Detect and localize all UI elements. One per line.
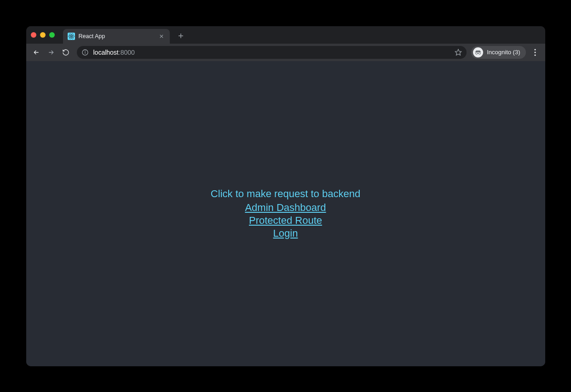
svg-point-6 [85,51,85,51]
svg-point-8 [476,52,478,54]
close-tab-button[interactable] [158,33,165,40]
new-tab-button[interactable] [174,29,187,42]
page-viewport: Click to make request to backend Admin D… [26,61,545,366]
reload-button[interactable] [59,46,72,59]
svg-point-12 [534,54,536,56]
incognito-label: Incognito (3) [487,49,520,56]
browser-tab[interactable]: React App [63,29,170,44]
close-window-button[interactable] [31,32,36,38]
incognito-icon [473,47,483,57]
close-icon [160,34,163,38]
window-controls [31,32,55,38]
url-port: :8000 [119,49,135,56]
page-heading: Click to make request to backend [211,188,360,200]
svg-marker-7 [456,49,461,55]
url-text: localhost:8000 [93,49,450,56]
tab-title: React App [79,33,158,40]
menu-button[interactable] [529,46,542,59]
protected-route-link[interactable]: Protected Route [249,215,322,227]
bookmark-button[interactable] [455,49,462,56]
login-link[interactable]: Login [273,227,298,239]
minimize-window-button[interactable] [40,32,46,38]
svg-point-9 [479,52,480,54]
star-icon [455,49,462,56]
tab-bar: React App [26,26,545,44]
forward-button[interactable] [45,46,58,59]
svg-point-10 [534,49,536,50]
kebab-icon [534,49,536,56]
react-icon [68,33,75,40]
admin-dashboard-link[interactable]: Admin Dashboard [245,202,326,214]
back-button[interactable] [30,46,43,59]
svg-point-0 [70,35,71,36]
reload-icon [62,49,69,56]
incognito-indicator[interactable]: Incognito (3) [471,46,525,59]
maximize-window-button[interactable] [49,32,55,38]
site-info-icon[interactable] [81,49,89,56]
url-host: localhost [93,49,119,56]
svg-point-11 [534,51,536,53]
arrow-left-icon [33,49,40,56]
address-bar[interactable]: localhost:8000 [77,46,467,59]
plus-icon [178,33,184,39]
info-icon [81,49,89,56]
browser-window: React App [26,26,545,366]
arrow-right-icon [47,49,55,56]
toolbar: localhost:8000 Incognito (3) [26,44,545,61]
